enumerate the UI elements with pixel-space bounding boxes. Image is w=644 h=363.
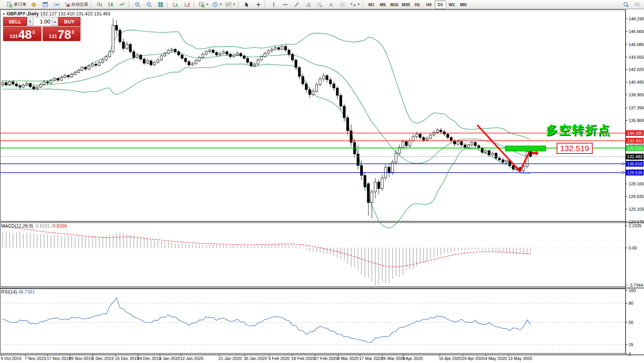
candle: [522, 166, 525, 171]
highlight-rectangle[interactable]: [505, 146, 546, 151]
timeframe-mn[interactable]: MN: [458, 0, 469, 9]
buy-price-button[interactable]: 131783: [43, 26, 81, 41]
candle: [250, 63, 252, 66]
auto-scroll-button[interactable]: [182, 0, 193, 9]
volume-decrease-button[interactable]: ▼: [27, 17, 33, 26]
rsi-tick-label: 0: [629, 352, 631, 356]
candle: [88, 66, 90, 69]
candle: [281, 46, 283, 50]
date-label: 17 Mar 2020: [359, 356, 383, 361]
candle: [460, 142, 463, 145]
candle: [219, 53, 221, 55]
price-badge-text: 134.335: [627, 131, 642, 135]
timeframe-d1[interactable]: D1: [435, 0, 446, 9]
sell-button[interactable]: SELL: [3, 17, 27, 26]
candle: [367, 184, 370, 203]
new-chart-caret: ▼: [206, 3, 209, 6]
candle: [174, 49, 176, 51]
candle: [467, 145, 470, 147]
signals-button[interactable]: [51, 0, 62, 9]
candle: [95, 64, 97, 65]
candle: [108, 52, 111, 57]
candle: [64, 76, 66, 77]
new-order-button[interactable]: 新订单: [5, 0, 28, 9]
fibonacci-button[interactable]: F: [314, 0, 325, 9]
date-label: 5 Dec 2019: [92, 356, 113, 361]
buy-button[interactable]: BUY: [58, 17, 80, 26]
candle-chart-button[interactable]: [105, 0, 117, 9]
symbol-ohlc: 132.127 132.410 131.423 131.483: [40, 11, 111, 16]
data-window-button[interactable]: [39, 0, 51, 9]
chart-canvas[interactable]: 148.190146.660145.085143.555142.025140.4…: [0, 0, 644, 363]
volume-input[interactable]: [33, 17, 52, 26]
price-tick-label: 142.025: [629, 67, 644, 72]
vertical-line-button[interactable]: [268, 0, 279, 9]
candle: [46, 82, 49, 83]
candle: [440, 130, 442, 132]
line-chart-button[interactable]: [117, 0, 128, 9]
candle: [98, 63, 100, 66]
vertical-line-icon: [271, 2, 277, 8]
candle: [278, 48, 280, 49]
timeframe-m15[interactable]: M15: [389, 0, 400, 9]
periods-button[interactable]: ▼: [210, 0, 224, 9]
collapse-arrow-icon[interactable]: ▲: [2, 12, 5, 15]
date-label: 2 Jan 2020: [159, 356, 180, 361]
timeframe-h1[interactable]: H1: [412, 0, 423, 9]
candle: [257, 60, 259, 64]
indicators-icon: [225, 2, 232, 8]
shapes-button[interactable]: ▼: [348, 0, 362, 9]
chart-shift-button[interactable]: [170, 0, 182, 9]
tile-windows-button[interactable]: [155, 0, 166, 9]
candle: [315, 85, 318, 91]
annotation-text[interactable]: 多空转折点: [546, 122, 611, 138]
toolbar-grip[interactable]: [2, 1, 4, 8]
channel-button[interactable]: E: [302, 0, 314, 9]
autotrading-button[interactable]: 自动交易: [62, 0, 90, 9]
timeframe-w1[interactable]: W1: [446, 0, 458, 9]
chat-button[interactable]: [632, 0, 643, 9]
candle: [429, 135, 432, 139]
crosshair-button[interactable]: [253, 0, 264, 9]
macd-tick-label: 0.00: [629, 246, 637, 250]
sell-price-button[interactable]: 131483: [3, 26, 41, 41]
bar-chart-button[interactable]: [94, 0, 105, 9]
candle: [347, 118, 349, 131]
candle: [22, 85, 25, 87]
indicators-button[interactable]: ▼: [224, 0, 237, 9]
text-button[interactable]: A: [325, 0, 337, 9]
trendline-button[interactable]: [291, 0, 302, 9]
timeframe-h4[interactable]: H4: [423, 0, 435, 9]
horizontal-line-button[interactable]: [279, 0, 291, 9]
text-label-button[interactable]: T: [337, 0, 348, 9]
candle: [240, 53, 242, 56]
timeframe-m30[interactable]: M30: [400, 0, 412, 9]
timeframe-m5[interactable]: M5: [377, 0, 389, 9]
volume-increase-button[interactable]: ▲: [52, 17, 58, 26]
candle: [77, 70, 80, 72]
candle: [26, 83, 28, 85]
candle: [122, 42, 125, 48]
autotrading-label: 自动交易: [71, 2, 88, 7]
candle: [177, 52, 180, 55]
candle: [36, 87, 38, 89]
price-tick-label: 137.390: [629, 106, 644, 110]
macd-tick-label: -3.7344: [629, 283, 643, 287]
zoom-in-button[interactable]: [132, 0, 143, 9]
price-callout-label[interactable]: 132.519: [557, 143, 593, 154]
zoom-out-button[interactable]: [143, 0, 155, 9]
one-click-trading-panel: SELL ▼ ▲ BUY 131483 131783: [3, 17, 80, 41]
candle-chart-icon: [108, 2, 114, 8]
market-watch-button[interactable]: [28, 0, 39, 9]
main-chart-frame: [0, 10, 626, 221]
cursor-button[interactable]: [241, 0, 253, 9]
hline-handle[interactable]: [622, 172, 624, 173]
chart-shift-icon: [173, 2, 179, 8]
timeframe-m1[interactable]: M1: [366, 0, 377, 9]
candle: [388, 167, 390, 173]
search-button[interactable]: [620, 0, 632, 9]
signals-icon: [54, 2, 60, 8]
buy-price-pips: 78: [58, 29, 71, 40]
hline-handle[interactable]: [622, 163, 624, 165]
new-chart-button[interactable]: ▼: [197, 0, 210, 9]
